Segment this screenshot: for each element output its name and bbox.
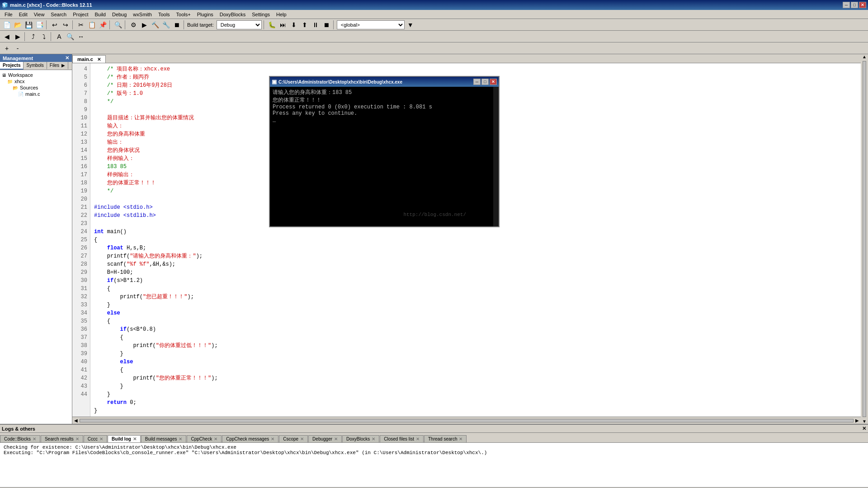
bottom-scrollbar[interactable]: ◀ ▶ — [72, 417, 861, 424]
log-tab-codeblocks[interactable]: Code::Blocks ✕ — [0, 435, 40, 442]
tree-project[interactable]: 📁 xhcx — [2, 78, 70, 84]
log-tab-thread-close[interactable]: ✕ — [459, 436, 462, 441]
console-scrollbar[interactable] — [493, 87, 499, 226]
break-button[interactable]: ⏸ — [311, 20, 321, 30]
menu-project[interactable]: Project — [70, 11, 91, 18]
maximize-button[interactable]: □ — [851, 2, 858, 8]
log-tab-cppcheck-close[interactable]: ✕ — [214, 436, 217, 441]
bookmark-next-button[interactable]: ⤵ — [39, 32, 49, 42]
log-tab-build-close[interactable]: ✕ — [133, 436, 137, 441]
console-close-button[interactable]: ✕ — [490, 79, 497, 85]
tree-workspace[interactable]: 🖥 Workspace — [2, 72, 70, 78]
step-over-button[interactable]: ⏭ — [278, 20, 288, 30]
nav-fwd-button[interactable]: ▶ — [13, 32, 23, 42]
menu-help[interactable]: Help — [274, 11, 289, 18]
log-tab-build-msgs-close[interactable]: ✕ — [179, 436, 182, 441]
step-in-button[interactable]: ⬇ — [289, 20, 299, 30]
tab-symbols[interactable]: Symbols — [24, 62, 47, 70]
console-minimize-button[interactable]: ─ — [473, 79, 481, 85]
scroll-up-icon[interactable]: ▲ — [862, 54, 867, 59]
run-button[interactable]: ▶ — [139, 20, 149, 30]
bookmark-prev-button[interactable]: ⤴ — [28, 32, 38, 42]
log-tab-cppcheck-msgs-close[interactable]: ✕ — [271, 436, 274, 441]
log-tab-search-close[interactable]: ✕ — [75, 436, 79, 441]
tree-main-file[interactable]: 📄 main.c — [2, 91, 70, 97]
log-tab-search-results[interactable]: Search results ✕ — [41, 435, 83, 442]
build-button[interactable]: 🔨 — [150, 20, 160, 30]
menu-settings[interactable]: Settings — [249, 11, 273, 18]
log-tab-debugger-close[interactable]: ✕ — [334, 436, 338, 441]
menu-build[interactable]: Build — [92, 11, 108, 18]
menu-wxsmith[interactable]: wxSmith — [130, 11, 155, 18]
menu-tools-plus[interactable]: Tools+ — [174, 11, 193, 18]
menu-edit[interactable]: Edit — [16, 11, 30, 18]
global-select[interactable]: <global> — [337, 20, 405, 29]
log-tab-cppcheck[interactable]: CppCheck ✕ — [187, 435, 222, 442]
save-file-button[interactable]: 💾 — [24, 20, 33, 30]
log-tab-doxyblocks-close[interactable]: ✕ — [372, 436, 375, 441]
debug-button[interactable]: 🐛 — [267, 20, 277, 30]
code-tab-close-icon[interactable]: ✕ — [97, 57, 101, 62]
find-button[interactable]: 🔍 — [65, 32, 75, 42]
rebuild-button[interactable]: 🔧 — [161, 20, 171, 30]
stop-button[interactable]: ⏹ — [172, 20, 182, 30]
log-tab-build-log[interactable]: Build log ✕ — [108, 435, 141, 442]
paste-button[interactable]: 📌 — [98, 20, 108, 30]
minimize-button[interactable]: ─ — [843, 2, 850, 8]
log-tab-codeblocks-close[interactable]: ✕ — [33, 436, 36, 441]
stop-debug-button[interactable]: ⏹ — [321, 20, 331, 30]
redo-button[interactable]: ↪ — [61, 20, 71, 30]
cut-button[interactable]: ✂ — [76, 20, 86, 30]
code-tab-main[interactable]: main.c ✕ — [72, 55, 106, 63]
console-maximize-button[interactable]: □ — [481, 79, 489, 85]
copy-button[interactable]: 📋 — [87, 20, 97, 30]
compile-button[interactable]: ⚙ — [128, 20, 138, 30]
tree-sources[interactable]: 📂 Sources — [2, 84, 70, 91]
tab-projects[interactable]: Projects — [0, 62, 24, 70]
build-target-select[interactable]: Debug Release — [217, 20, 262, 29]
log-tab-cppcheck-msgs[interactable]: CppCheck messages ✕ — [222, 435, 278, 442]
menu-doxyblocks[interactable]: DoxyBlocks — [217, 11, 248, 18]
menu-tools[interactable]: Tools — [156, 11, 173, 18]
highlight-button[interactable]: A — [54, 32, 64, 42]
tab-files[interactable]: Files ▶ — [47, 62, 68, 70]
log-tab-cscope[interactable]: Cscope ✕ — [279, 435, 308, 442]
right-scrollbar[interactable]: ▲ ▼ — [861, 54, 868, 424]
zoom-out-button[interactable]: - — [13, 43, 23, 53]
global-arrow-button[interactable]: ▼ — [406, 20, 415, 30]
logs-header: Logs & others ✕ — [0, 425, 868, 433]
log-tab-debugger[interactable]: Debugger ✕ — [308, 435, 342, 442]
logs-close-icon[interactable]: ✕ — [862, 426, 866, 432]
log-tab-cccc[interactable]: Cccc ✕ — [84, 435, 107, 442]
menu-view[interactable]: View — [31, 11, 47, 18]
menu-file[interactable]: File — [2, 11, 15, 18]
scroll-left-icon[interactable]: ◀ — [74, 418, 78, 423]
log-tab-thread-search[interactable]: Thread search ✕ — [424, 435, 467, 442]
search-button[interactable]: 🔍 — [113, 20, 123, 30]
zoom-in-button[interactable]: + — [2, 43, 12, 53]
step-out-button[interactable]: ⬆ — [300, 20, 310, 30]
log-tab-cscope-close[interactable]: ✕ — [300, 436, 304, 441]
close-button[interactable]: ✕ — [859, 2, 866, 8]
scroll-down-icon[interactable]: ▼ — [862, 419, 867, 424]
save-all-button[interactable]: 📑 — [34, 20, 44, 30]
files-tab-close[interactable]: ▶ — [61, 63, 65, 68]
workspace-label: Workspace — [8, 72, 33, 78]
left-panel-tabs: Projects Symbols Files ▶ — [0, 62, 72, 70]
log-tab-closed-files[interactable]: Closed files list ✕ — [380, 435, 424, 442]
open-file-button[interactable]: 📂 — [13, 20, 23, 30]
scroll-right-icon[interactable]: ▶ — [855, 418, 859, 423]
nav-back-button[interactable]: ◀ — [2, 32, 12, 42]
new-file-button[interactable]: 📄 — [2, 20, 12, 30]
management-close-icon[interactable]: ✕ — [65, 55, 69, 61]
log-tab-cccc-close[interactable]: ✕ — [99, 436, 103, 441]
menu-search[interactable]: Search — [48, 11, 69, 18]
log-tab-build-messages[interactable]: Build messages ✕ — [141, 435, 187, 442]
log-tab-doxyblocks[interactable]: DoxyBlocks ✕ — [342, 435, 379, 442]
replace-button[interactable]: ↔ — [76, 32, 86, 42]
undo-button[interactable]: ↩ — [50, 20, 60, 30]
log-tab-closed-close[interactable]: ✕ — [416, 436, 420, 441]
separator-t2-1 — [24, 32, 26, 41]
menu-debug[interactable]: Debug — [109, 11, 129, 18]
menu-plugins[interactable]: Plugins — [194, 11, 216, 18]
